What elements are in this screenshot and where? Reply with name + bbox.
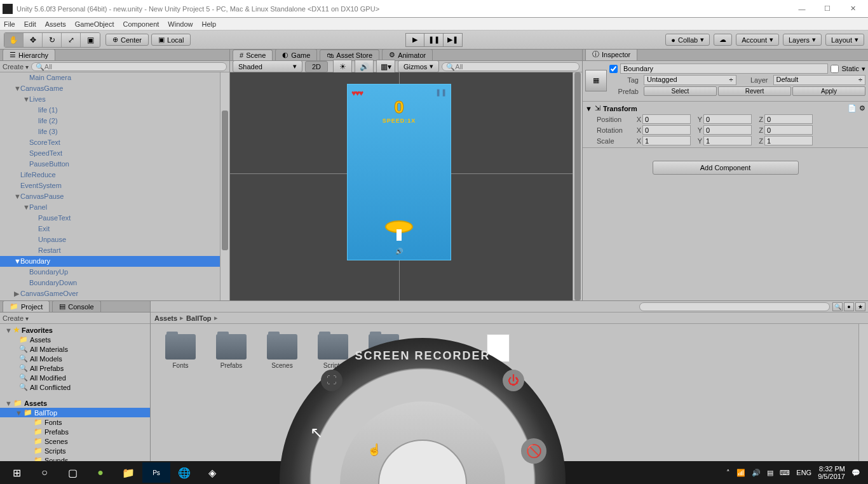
prefab-select[interactable]: Select: [644, 86, 717, 96]
menu-component[interactable]: Component: [123, 20, 159, 28]
fx-toggle[interactable]: ▦▾: [376, 60, 395, 74]
folder-scenes[interactable]: Scenes: [265, 334, 299, 369]
tray-volume-icon[interactable]: 🔊: [752, 469, 761, 477]
cloud-button[interactable]: ☁: [714, 34, 732, 46]
scl-z[interactable]: [764, 136, 813, 145]
hierarchy-item-life--2-[interactable]: life (2): [0, 116, 229, 126]
hierarchy-item-boundarydown[interactable]: BoundaryDown: [0, 278, 229, 288]
hierarchy-tab[interactable]: ☰Hierarchy: [3, 49, 55, 60]
collab-dropdown[interactable]: ●Collab▾: [665, 34, 710, 46]
asset-scripts[interactable]: 📁Scripts: [0, 446, 150, 455]
move-tool[interactable]: ✥: [24, 33, 43, 47]
inspector-tab[interactable]: ⓘInspector: [585, 48, 637, 60]
hierarchy-item-panel[interactable]: ▼Panel: [0, 202, 229, 213]
hierarchy-item-life--3-[interactable]: life (3): [0, 126, 229, 137]
task-view-button[interactable]: ▢: [58, 462, 86, 483]
2d-toggle[interactable]: 2D: [305, 61, 328, 72]
play-button[interactable]: ▶: [405, 33, 424, 47]
favorite-all-conflicted[interactable]: 🔍All Conflicted: [0, 382, 150, 392]
bc-balltop[interactable]: BallTop: [186, 314, 212, 322]
layer-dropdown[interactable]: Default÷: [773, 75, 866, 85]
hierarchy-item-speedtext[interactable]: SpeedText: [0, 148, 229, 159]
hierarchy-item-lives[interactable]: ▼Lives: [0, 94, 229, 105]
scale-tool[interactable]: ⤢: [62, 33, 81, 47]
tray-lang[interactable]: ENG: [796, 469, 811, 476]
pos-y[interactable]: [703, 114, 752, 124]
asset-balltop[interactable]: ▼📁BallTop: [0, 408, 150, 417]
scene-search[interactable]: 🔍All: [442, 62, 580, 71]
folder-prefabs[interactable]: Prefabs: [214, 334, 248, 369]
taskbar-chrome[interactable]: 🌐: [170, 462, 198, 483]
pivot-center-toggle[interactable]: ⊕Center: [105, 34, 149, 46]
folder-grid[interactable]: FontsPrefabsScenesScriptsSbug: [151, 324, 868, 469]
favorites-header[interactable]: ▼★Favorites: [0, 325, 150, 335]
hierarchy-item-exit[interactable]: Exit: [0, 224, 229, 234]
assets-header[interactable]: ▼📁Assets: [0, 398, 150, 408]
maximize-button[interactable]: ☐: [815, 4, 840, 13]
hierarchy-item-canvasgame[interactable]: ▼CanvasGame: [0, 83, 229, 94]
project-search[interactable]: [639, 302, 830, 311]
component-doc-icon[interactable]: 📄: [848, 104, 857, 112]
transform-header[interactable]: ▼⇲Transform 📄 ⚙: [585, 103, 865, 114]
hierarchy-scrollbar[interactable]: [220, 72, 229, 300]
favorite-assets[interactable]: 📁Assets: [0, 335, 150, 344]
hierarchy-item-boundaryup[interactable]: BoundaryUp: [0, 267, 229, 278]
asset-scenes[interactable]: 📁Scenes: [0, 436, 150, 446]
taskbar-unity[interactable]: ◈: [198, 462, 226, 483]
rot-x[interactable]: [642, 125, 691, 135]
layout-dropdown[interactable]: Layout▾: [825, 34, 864, 46]
assetstore-tab[interactable]: 🛍Asset Store: [320, 50, 379, 60]
shading-dropdown[interactable]: Shaded▾: [233, 60, 302, 72]
taskbar-app-1[interactable]: ●: [86, 462, 114, 483]
rotate-tool[interactable]: ↻: [43, 33, 62, 47]
close-button[interactable]: ✕: [840, 4, 865, 13]
menu-help[interactable]: Help: [201, 20, 216, 28]
prefab-revert[interactable]: Revert: [718, 86, 791, 96]
layers-dropdown[interactable]: Layers▾: [783, 34, 822, 46]
hierarchy-item-main-camera[interactable]: Main Camera: [0, 72, 229, 83]
menu-gameobject[interactable]: GameObject: [75, 20, 114, 28]
pos-x[interactable]: [642, 114, 691, 124]
hierarchy-item-pausebutton[interactable]: PauseButton: [0, 159, 229, 170]
favorite-all-materials[interactable]: 🔍All Materials: [0, 344, 150, 354]
scene-viewport[interactable]: ♥♥♥ ❚❚ 0 SPEED:1X 🔊: [230, 72, 582, 300]
minimize-button[interactable]: —: [789, 5, 815, 13]
favorite-all-prefabs[interactable]: 🔍All Prefabs: [0, 363, 150, 373]
active-checkbox[interactable]: [609, 65, 618, 73]
taskbar-explorer[interactable]: 📁: [114, 462, 142, 483]
taskbar-photoshop[interactable]: Ps: [142, 462, 170, 483]
asset-fonts[interactable]: 📁Fonts: [0, 417, 150, 427]
create-dropdown[interactable]: Create ▾: [3, 63, 29, 71]
audio-toggle[interactable]: 🔊: [355, 60, 374, 74]
hierarchy-item-boundary[interactable]: ▼Boundary: [0, 256, 229, 267]
tray-notes-icon[interactable]: ▤: [767, 469, 773, 477]
hierarchy-item-canvaspause[interactable]: ▼CanvasPause: [0, 191, 229, 202]
asset-prefabs[interactable]: 📁Prefabs: [0, 427, 150, 436]
tag-dropdown[interactable]: Untagged÷: [644, 75, 736, 85]
hierarchy-item-restart[interactable]: Restart: [0, 245, 229, 256]
tray-keyboard-icon[interactable]: ⌨: [780, 469, 790, 477]
prefab-apply[interactable]: Apply: [792, 86, 865, 96]
hierarchy-item-pausetext[interactable]: PauseText: [0, 213, 229, 224]
tray-chevron-icon[interactable]: ˄: [726, 469, 730, 477]
menu-assets[interactable]: Assets: [45, 20, 66, 28]
taskbar-clock[interactable]: 8:32 PM 9/5/2017: [818, 465, 845, 480]
light-toggle[interactable]: ☀: [333, 60, 352, 74]
folder-s[interactable]: S: [367, 334, 401, 369]
account-dropdown[interactable]: Account▾: [736, 34, 779, 46]
hierarchy-item-eventsystem[interactable]: EventSystem: [0, 180, 229, 191]
tray-wifi-icon[interactable]: 📶: [736, 469, 745, 477]
hand-tool[interactable]: ✋: [4, 33, 24, 47]
rot-y[interactable]: [703, 125, 752, 135]
step-button[interactable]: ▶❚: [444, 33, 463, 47]
search-save-icon[interactable]: ★: [855, 302, 865, 311]
pos-z[interactable]: [764, 114, 813, 124]
scl-y[interactable]: [703, 136, 752, 145]
hierarchy-item-scoretext[interactable]: ScoreText: [0, 137, 229, 148]
hierarchy-item-life--1-[interactable]: life (1): [0, 105, 229, 116]
project-create-dropdown[interactable]: Create ▾: [3, 314, 29, 322]
animator-tab[interactable]: ⚙Animator: [382, 49, 433, 60]
pivot-local-toggle[interactable]: ▣Local: [151, 34, 191, 46]
menu-file[interactable]: File: [4, 20, 15, 28]
cortana-button[interactable]: ○: [31, 462, 58, 483]
